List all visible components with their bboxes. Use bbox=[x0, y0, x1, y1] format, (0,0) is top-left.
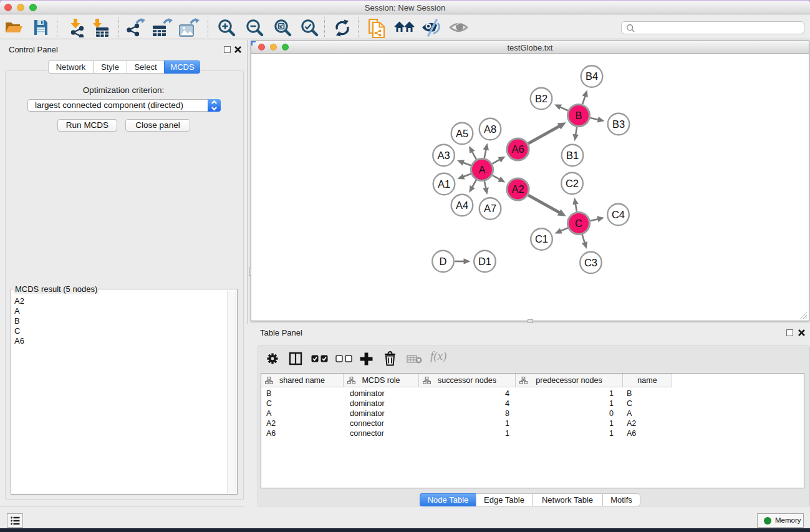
svg-text:A8: A8 bbox=[484, 123, 496, 135]
svg-text:B4: B4 bbox=[586, 70, 598, 82]
svg-text:D1: D1 bbox=[478, 256, 491, 267]
svg-text:C2: C2 bbox=[566, 178, 579, 189]
svg-text:A6: A6 bbox=[511, 143, 524, 155]
svg-text:A1: A1 bbox=[438, 178, 450, 190]
svg-text:A4: A4 bbox=[456, 200, 468, 211]
svg-text:D: D bbox=[440, 256, 447, 267]
svg-text:B2: B2 bbox=[535, 93, 547, 104]
svg-text:A5: A5 bbox=[456, 128, 468, 139]
svg-text:A3: A3 bbox=[437, 150, 450, 161]
svg-text:C4: C4 bbox=[612, 209, 625, 220]
svg-text:A7: A7 bbox=[484, 203, 496, 214]
svg-text:C1: C1 bbox=[535, 233, 548, 244]
svg-text:C: C bbox=[575, 218, 582, 229]
svg-text:A2: A2 bbox=[511, 183, 524, 195]
svg-text:B: B bbox=[575, 110, 582, 121]
svg-text:B3: B3 bbox=[612, 118, 625, 130]
svg-text:C3: C3 bbox=[584, 257, 597, 268]
svg-text:A: A bbox=[478, 164, 485, 175]
svg-text:B1: B1 bbox=[566, 150, 579, 161]
